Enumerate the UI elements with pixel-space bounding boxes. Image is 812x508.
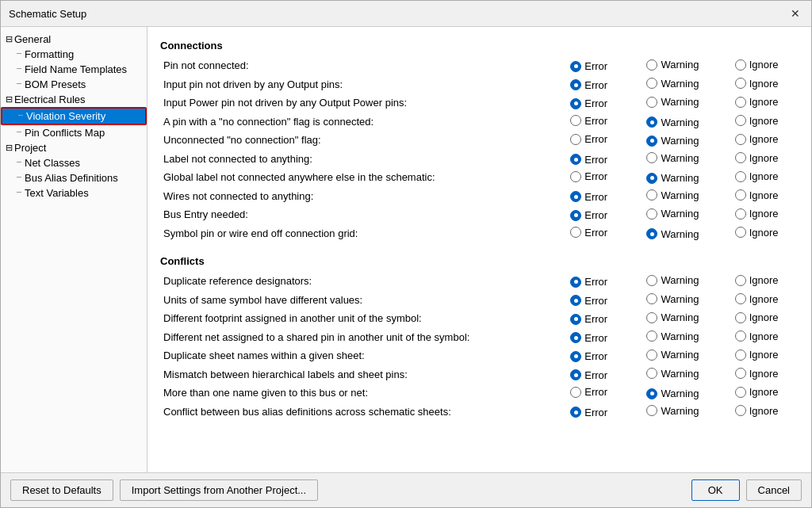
radio-ignore-no-connection-flag[interactable]: Ignore — [714, 113, 799, 132]
radio-warning-different-net-shared-pin[interactable]: Warning — [631, 328, 715, 347]
radio-warning-label-global-label-not-connected[interactable]: Warning — [646, 172, 699, 184]
radio-ignore-label-not-connected[interactable]: Ignore — [714, 150, 799, 169]
radio-ignore-pin-not-connected[interactable]: Ignore — [714, 56, 799, 75]
radio-ignore-different-footprint[interactable]: Ignore — [714, 309, 799, 328]
radio-ignore-input-power-pin[interactable]: Ignore — [714, 94, 799, 113]
radio-error-label-bus-entry-needed[interactable]: Error — [570, 209, 607, 221]
radio-error-duplicate-ref-designators[interactable]: Error — [547, 272, 631, 291]
sidebar-item-project[interactable]: ⊟Project — [1, 140, 147, 155]
radio-error-label-conflict-bus-alias[interactable]: Error — [570, 407, 607, 418]
radio-error-label-not-connected[interactable]: Error — [547, 150, 631, 169]
radio-error-input-pin-not-driven[interactable]: Error — [547, 75, 631, 94]
radio-ignore-label-global-label-not-connected[interactable]: Ignore — [735, 170, 779, 182]
radio-warning-label-label-not-connected[interactable]: Warning — [646, 152, 699, 164]
radio-error-label-units-different-values[interactable]: Error — [570, 295, 607, 307]
radio-ignore-label-no-connection-flag[interactable]: Ignore — [735, 115, 779, 127]
radio-error-label-different-net-shared-pin[interactable]: Error — [570, 332, 607, 344]
radio-error-label-input-power-pin[interactable]: Error — [570, 97, 607, 109]
radio-ignore-different-net-shared-pin[interactable]: Ignore — [714, 328, 799, 347]
sidebar-item-field-name-templates[interactable]: Field Name Templates — [1, 62, 147, 77]
radio-ignore-bus-entry-needed[interactable]: Ignore — [714, 205, 799, 224]
sidebar-item-bom-presets[interactable]: BOM Presets — [1, 77, 147, 92]
radio-warning-duplicate-sheet-names[interactable]: Warning — [631, 346, 715, 365]
radio-ignore-label-pin-not-connected[interactable]: Ignore — [735, 59, 779, 71]
radio-ignore-label-bus-entry-needed[interactable]: Ignore — [735, 208, 779, 220]
radio-error-duplicate-sheet-names[interactable]: Error — [547, 346, 631, 365]
radio-warning-label-different-footprint[interactable]: Warning — [646, 311, 699, 323]
radio-error-symbol-pin-off-grid[interactable]: Error — [547, 224, 631, 243]
radio-warning-input-power-pin[interactable]: Warning — [631, 94, 715, 113]
sidebar-item-pin-conflicts-map[interactable]: Pin Conflicts Map — [1, 125, 147, 140]
radio-error-label-different-footprint[interactable]: Error — [570, 313, 607, 325]
radio-ignore-label-duplicate-ref-designators[interactable]: Ignore — [735, 274, 779, 286]
radio-warning-pin-not-connected[interactable]: Warning — [631, 56, 715, 75]
radio-error-label-more-than-one-name[interactable]: Error — [570, 386, 607, 398]
radio-ignore-label-wires-not-connected[interactable]: Ignore — [735, 189, 779, 201]
radio-warning-label-conflict-bus-alias[interactable]: Warning — [646, 405, 699, 417]
radio-warning-label-no-connection-flag[interactable]: Warning — [646, 116, 699, 128]
close-button[interactable]: ✕ — [787, 6, 803, 21]
scroll-area[interactable]: ConnectionsPin not connected: Error Warn… — [147, 27, 811, 472]
radio-warning-symbol-pin-off-grid[interactable]: Warning — [631, 224, 715, 243]
radio-error-label-mismatch-hierarchical[interactable]: Error — [570, 369, 607, 381]
radio-error-wires-not-connected[interactable]: Error — [547, 187, 631, 206]
radio-warning-label-bus-entry-needed[interactable]: Warning — [646, 208, 699, 220]
radio-ignore-duplicate-sheet-names[interactable]: Ignore — [714, 346, 799, 365]
radio-warning-bus-entry-needed[interactable]: Warning — [631, 205, 715, 224]
radio-warning-label-input-pin-not-driven[interactable]: Warning — [646, 78, 699, 90]
radio-ignore-label-input-pin-not-driven[interactable]: Ignore — [735, 78, 779, 90]
radio-warning-label-not-connected[interactable]: Warning — [631, 150, 715, 169]
radio-warning-label-mismatch-hierarchical[interactable]: Warning — [646, 368, 699, 380]
radio-ignore-label-different-footprint[interactable]: Ignore — [735, 311, 779, 323]
radio-warning-units-different-values[interactable]: Warning — [631, 291, 715, 310]
radio-ignore-duplicate-ref-designators[interactable]: Ignore — [714, 272, 799, 291]
radio-ignore-units-different-values[interactable]: Ignore — [714, 291, 799, 310]
sidebar-item-general[interactable]: ⊟General — [1, 32, 147, 47]
radio-ignore-label-duplicate-sheet-names[interactable]: Ignore — [735, 349, 779, 361]
radio-error-label-no-connection-flag[interactable]: Error — [570, 115, 607, 127]
radio-error-label-pin-not-connected[interactable]: Error — [570, 60, 607, 72]
radio-error-conflict-bus-alias[interactable]: Error — [547, 403, 631, 422]
radio-error-no-connection-flag[interactable]: Error — [547, 113, 631, 132]
radio-ignore-conflict-bus-alias[interactable]: Ignore — [714, 403, 799, 422]
radio-ignore-label-more-than-one-name[interactable]: Ignore — [735, 386, 779, 398]
radio-ignore-label-different-net-shared-pin[interactable]: Ignore — [735, 330, 779, 342]
radio-warning-label-more-than-one-name[interactable]: Warning — [646, 388, 699, 399]
cancel-button[interactable]: Cancel — [746, 479, 802, 501]
radio-warning-unconnected-no-connection[interactable]: Warning — [631, 131, 715, 150]
radio-warning-different-footprint[interactable]: Warning — [631, 309, 715, 328]
radio-ignore-label-symbol-pin-off-grid[interactable]: Ignore — [735, 227, 779, 239]
radio-ignore-label-unconnected-no-connection[interactable]: Ignore — [735, 133, 779, 145]
radio-error-global-label-not-connected[interactable]: Error — [547, 168, 631, 187]
sidebar-item-electrical-rules[interactable]: ⊟Electrical Rules — [1, 92, 147, 107]
sidebar-item-text-variables[interactable]: Text Variables — [1, 185, 147, 201]
radio-error-units-different-values[interactable]: Error — [547, 291, 631, 310]
radio-warning-label-units-different-values[interactable]: Warning — [646, 293, 699, 305]
radio-error-bus-entry-needed[interactable]: Error — [547, 205, 631, 224]
reset-defaults-button[interactable]: Reset to Defaults — [10, 479, 113, 501]
radio-ignore-label-units-different-values[interactable]: Ignore — [735, 293, 779, 305]
radio-warning-label-duplicate-sheet-names[interactable]: Warning — [646, 349, 699, 361]
radio-error-label-symbol-pin-off-grid[interactable]: Error — [570, 227, 607, 239]
sidebar-item-net-classes[interactable]: Net Classes — [1, 155, 147, 170]
radio-error-label-label-not-connected[interactable]: Error — [570, 154, 607, 166]
radio-error-label-input-pin-not-driven[interactable]: Error — [570, 79, 607, 91]
radio-warning-label-unconnected-no-connection[interactable]: Warning — [646, 135, 699, 147]
radio-warning-label-duplicate-ref-designators[interactable]: Warning — [646, 274, 699, 286]
radio-ignore-mismatch-hierarchical[interactable]: Ignore — [714, 365, 799, 384]
radio-ignore-label-input-power-pin[interactable]: Ignore — [735, 96, 779, 108]
sidebar-item-violation-severity[interactable]: Violation Severity — [1, 107, 147, 125]
radio-error-label-global-label-not-connected[interactable]: Error — [570, 170, 607, 182]
radio-warning-conflict-bus-alias[interactable]: Warning — [631, 403, 715, 422]
radio-warning-duplicate-ref-designators[interactable]: Warning — [631, 272, 715, 291]
radio-error-label-duplicate-ref-designators[interactable]: Error — [570, 276, 607, 288]
radio-error-unconnected-no-connection[interactable]: Error — [547, 131, 631, 150]
radio-ignore-wires-not-connected[interactable]: Ignore — [714, 187, 799, 206]
radio-warning-label-wires-not-connected[interactable]: Warning — [646, 189, 699, 201]
radio-ignore-global-label-not-connected[interactable]: Ignore — [714, 168, 799, 187]
radio-error-pin-not-connected[interactable]: Error — [547, 56, 631, 75]
radio-error-mismatch-hierarchical[interactable]: Error — [547, 365, 631, 384]
radio-error-label-unconnected-no-connection[interactable]: Error — [570, 133, 607, 145]
radio-error-more-than-one-name[interactable]: Error — [547, 384, 631, 403]
radio-warning-mismatch-hierarchical[interactable]: Warning — [631, 365, 715, 384]
